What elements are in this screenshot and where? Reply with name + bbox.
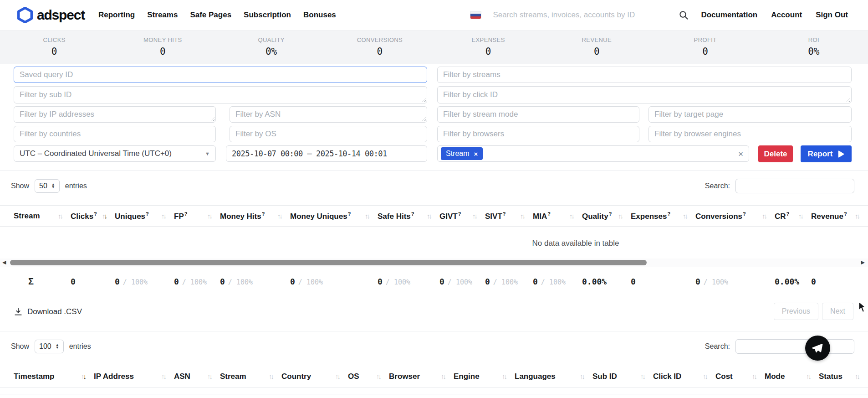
- spinner-arrows-icon: ▲▼: [56, 344, 59, 349]
- filter-countries-input[interactable]: [14, 126, 216, 142]
- sort-down-icon: ↓: [643, 372, 646, 380]
- date-range-input[interactable]: 2025-10-07 00:00 – 2025-10-14 00:01: [226, 145, 427, 162]
- sort-down-icon: ↓: [429, 212, 433, 220]
- timezone-select[interactable]: UTC – Coordinated Universal Time (UTC+0)…: [14, 145, 216, 162]
- scroll-left-icon[interactable]: ◀: [2, 259, 6, 265]
- column-header-sivt[interactable]: SIVT?↑↓: [485, 211, 533, 221]
- previous-button[interactable]: Previous: [774, 303, 818, 320]
- scroll-right-icon[interactable]: ▶: [861, 259, 865, 265]
- summary-uniques: 0/ 100%: [115, 277, 174, 286]
- nav-link-bonuses[interactable]: Bonuses: [303, 10, 336, 20]
- column-header-mia[interactable]: MIA?↑↓: [533, 211, 582, 221]
- page-size-select-1[interactable]: 50 ▲▼: [35, 179, 60, 193]
- summary-fp: 0/ 100%: [174, 277, 220, 286]
- entries-label-2: entries: [69, 342, 91, 351]
- column-header-sub-id[interactable]: Sub ID↑↓: [592, 372, 653, 381]
- column-header-revenue[interactable]: Revenue?↑↓: [811, 211, 868, 221]
- entries-label: entries: [65, 182, 87, 190]
- column-header-cr[interactable]: CR?↑↓: [775, 211, 811, 221]
- filter-ip-wrap: [14, 106, 216, 123]
- help-marker: ?: [146, 211, 149, 217]
- column-header-click-id[interactable]: Click ID↑↓: [653, 372, 715, 381]
- nav-link-subscription[interactable]: Subscription: [244, 10, 291, 20]
- stat-label: PROFIT: [694, 36, 717, 43]
- column-header-country[interactable]: Country↑↓: [281, 372, 348, 381]
- table1-header: Stream↑↓Clicks?↑↓Uniques?↑↓FP?↑↓Money Hi…: [0, 205, 868, 227]
- filter-asn-input[interactable]: [230, 106, 427, 123]
- filter-click-id-input[interactable]: [437, 86, 852, 103]
- search-icon[interactable]: [679, 10, 689, 21]
- column-header-uniques[interactable]: Uniques?↑↓: [115, 211, 174, 221]
- language-flag-ru[interactable]: [470, 11, 481, 19]
- column-header-browser[interactable]: Browser↑↓: [389, 372, 454, 381]
- column-header-expenses[interactable]: Expenses?↑↓: [631, 211, 695, 221]
- tag-remove-icon[interactable]: ×: [474, 150, 478, 157]
- column-header-engine[interactable]: Engine↑↓: [454, 372, 515, 381]
- sort-down-icon: ↓: [754, 372, 758, 380]
- column-header-money-uniques[interactable]: Money Uniques?↑↓: [290, 211, 378, 221]
- sort-down-icon: ↓: [475, 212, 478, 220]
- spinner-arrows-icon: ▲▼: [51, 183, 55, 189]
- horizontal-scrollbar[interactable]: ◀ ▶: [0, 258, 868, 267]
- scrollbar-thumb[interactable]: [10, 260, 647, 265]
- summary-safe-hits: 0/ 100%: [378, 277, 439, 286]
- filter-target-page-input[interactable]: [648, 106, 852, 123]
- report-tags-box[interactable]: Stream × ×: [437, 145, 749, 162]
- stat-value: 0%: [266, 46, 277, 57]
- table1-search-input[interactable]: [735, 179, 854, 193]
- saved-query-input[interactable]: [14, 67, 427, 83]
- help-marker: ?: [667, 211, 670, 217]
- column-header-quality[interactable]: Quality?↑↓: [582, 211, 631, 221]
- report-button[interactable]: Report: [801, 145, 852, 162]
- global-search-input[interactable]: [493, 10, 675, 20]
- column-header-languages[interactable]: Languages↑↓: [515, 372, 592, 381]
- column-header-mode[interactable]: Mode↑↓: [765, 372, 819, 381]
- filter-stream-mode-input[interactable]: [437, 106, 639, 123]
- column-header-conversions[interactable]: Conversions?↑↓: [695, 211, 775, 221]
- summary-cr: 0.00%: [775, 277, 811, 286]
- stream-tag[interactable]: Stream ×: [441, 147, 483, 160]
- column-header-cost[interactable]: Cost↑↓: [715, 372, 765, 381]
- nav-link-safe-pages[interactable]: Safe Pages: [190, 10, 231, 20]
- column-header-stream[interactable]: Stream↑↓: [14, 212, 71, 221]
- download-csv-button[interactable]: Download .CSV: [14, 307, 82, 316]
- column-header-asn[interactable]: ASN↑↓: [174, 372, 220, 381]
- column-header-timestamp[interactable]: Timestamp↑↓: [14, 372, 94, 381]
- column-header-ip-address[interactable]: IP Address↑↓: [94, 372, 174, 381]
- help-marker: ?: [743, 211, 746, 217]
- table1-controls: Show 50 ▲▼ entries Search:: [11, 178, 854, 194]
- nav-link-streams[interactable]: Streams: [147, 10, 178, 20]
- search-label: Search:: [705, 182, 730, 190]
- column-header-money-hits[interactable]: Money Hits?↑↓: [220, 211, 290, 221]
- column-header-status[interactable]: Status↑↓: [819, 372, 868, 381]
- help-marker: ?: [348, 211, 351, 217]
- sort-icons: ↑↓: [58, 212, 63, 220]
- page-size-select-2[interactable]: 100 ▲▼: [35, 340, 64, 353]
- column-header-givt[interactable]: GIVT?↑↓: [439, 211, 485, 221]
- column-header-stream[interactable]: Stream↑↓: [220, 372, 281, 381]
- filter-browsers-input[interactable]: [437, 126, 639, 142]
- summary-conversions: 0/ 100%: [695, 277, 775, 286]
- filter-os-input[interactable]: [230, 126, 427, 142]
- adspect-logo[interactable]: adspect: [17, 7, 85, 23]
- column-header-safe-hits[interactable]: Safe Hits?↑↓: [378, 211, 439, 221]
- nav-link-account[interactable]: Account: [771, 10, 802, 20]
- nav-link-documentation[interactable]: Documentation: [701, 10, 757, 20]
- nav-link-reporting[interactable]: Reporting: [98, 10, 135, 20]
- filter-ip-input[interactable]: [14, 106, 216, 123]
- help-marker: ?: [609, 211, 612, 217]
- delete-button[interactable]: Delete: [758, 145, 793, 162]
- filter-streams-input[interactable]: [437, 67, 852, 83]
- next-button[interactable]: Next: [822, 303, 853, 320]
- column-header-clicks[interactable]: Clicks?↑↓: [71, 211, 115, 221]
- telegram-button[interactable]: [805, 336, 830, 361]
- column-header-fp[interactable]: FP?↑↓: [174, 211, 220, 221]
- sort-down-icon: ↓: [271, 372, 275, 380]
- column-header-os[interactable]: OS↑↓: [348, 372, 389, 381]
- clear-tags-icon[interactable]: ×: [738, 150, 743, 158]
- filter-sub-id-input[interactable]: [14, 86, 427, 103]
- filter-browser-engines-input[interactable]: [648, 126, 852, 142]
- nav-link-sign-out[interactable]: Sign Out: [816, 10, 848, 20]
- stat-label: MONEY HITS: [143, 36, 182, 43]
- table2-search-input[interactable]: [735, 339, 854, 354]
